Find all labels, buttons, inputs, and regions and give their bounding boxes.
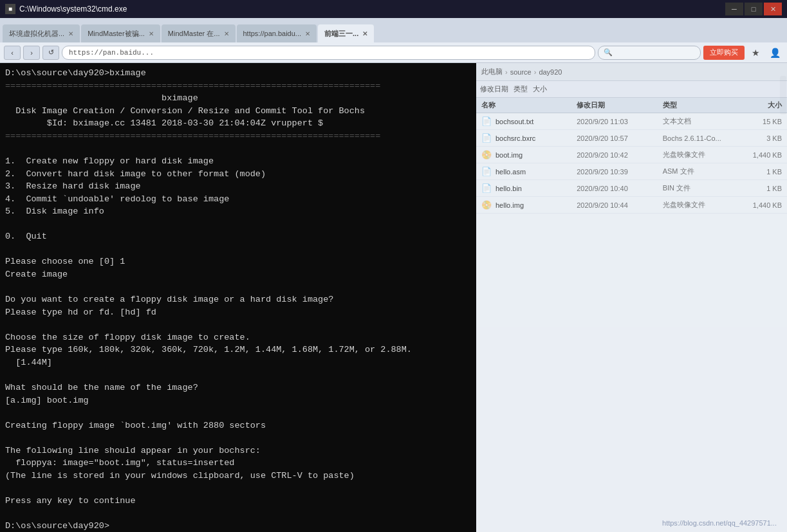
cmd-name-default: [a.img] boot.img: [5, 394, 471, 407]
file-list-header: 名称 修改日期 类型 大小: [476, 98, 787, 113]
file-name-5: 📀hello.img: [481, 200, 577, 210]
cmd-clipboard: (The line is stored in your windows clip…: [5, 470, 471, 482]
toolbar-type[interactable]: 类型: [514, 84, 528, 94]
tab-close-1[interactable]: ✕: [149, 30, 154, 37]
breadcrumb-part-1: source: [510, 68, 532, 76]
file-name-0: 📄bochsout.txt: [481, 116, 577, 126]
cmd-menu-2: 2. Convert hard disk image to other form…: [5, 168, 471, 181]
file-type-4: BIN 文件: [663, 183, 734, 193]
toolbar-date[interactable]: 修改日期: [480, 84, 508, 94]
cmd-empty2: [5, 218, 471, 231]
breadcrumb-part-0: 此电脑: [481, 67, 503, 77]
minimize-button[interactable]: ─: [725, 3, 743, 15]
tab-close-4[interactable]: ✕: [362, 30, 367, 37]
person-button[interactable]: 👤: [766, 46, 783, 60]
tab-close-3[interactable]: ✕: [305, 30, 310, 37]
col-header-type: 类型: [663, 100, 734, 110]
browser-tab-0[interactable]: 坏境虚拟化机器... ✕: [3, 24, 80, 42]
cmd-empty6: [5, 369, 471, 382]
file-name-3: 📄hello.asm: [481, 167, 577, 176]
file-item-3[interactable]: 📄hello.asm 2020/9/20 10:39 ASM 文件 1 KB: [476, 163, 787, 180]
cmd-menu-1: 1. Create new floppy or hard disk image: [5, 155, 471, 168]
action-button[interactable]: 立即购买: [703, 46, 745, 60]
cmd-size-choose: Choose the size of floppy disk image to …: [5, 331, 471, 344]
search-bar[interactable]: 🔍: [598, 46, 701, 60]
file-type-1: Bochs 2.6.11-Co...: [663, 134, 734, 142]
cmd-name-q: What should be the name of the image?: [5, 381, 471, 394]
cmd-choose: Please choose one [0] 1: [5, 255, 471, 268]
file-manager-panel: 此电脑 › source › day920 修改日期 类型 大小 名称 修改日期…: [476, 63, 787, 532]
window-title: C:\Windows\system32\cmd.exe: [19, 5, 725, 14]
cmd-press-key: Press any key to continue: [5, 495, 471, 508]
cmd-empty7: [5, 407, 471, 419]
maximize-button[interactable]: □: [745, 3, 763, 15]
toolbar-size[interactable]: 大小: [533, 84, 547, 94]
file-date-5: 2020/9/20 10:44: [577, 201, 662, 209]
file-item-0[interactable]: 📄bochsout.txt 2020/9/20 11:03 文本文档 15 KB: [476, 113, 787, 130]
cmd-final-prompt: D:\os\source\day920>: [5, 520, 471, 532]
tab-label-2: MindMaster 在...: [168, 29, 220, 39]
cmd-floppy-config: floppya: image="boot.img", status=insert…: [5, 457, 471, 470]
browser-tab-3[interactable]: https://pan.baidu... ✕: [237, 24, 317, 42]
cmd-menu-4: 4. Commit `undoable' redolog to base ima…: [5, 193, 471, 206]
file-item-4[interactable]: 📄hello.bin 2020/9/20 10:40 BIN 文件 1 KB: [476, 180, 787, 197]
back-button[interactable]: ‹: [4, 46, 21, 60]
star-button[interactable]: ★: [747, 46, 764, 60]
file-type-0: 文本文档: [663, 116, 734, 126]
file-date-1: 2020/9/20 10:57: [577, 134, 662, 142]
cmd-create-image: Create image: [5, 268, 471, 281]
search-icon: 🔍: [604, 48, 613, 57]
tab-close-2[interactable]: ✕: [224, 30, 229, 37]
cmd-separator1: ========================================…: [5, 80, 471, 93]
file-item-2[interactable]: 📀boot.img 2020/9/20 10:42 光盘映像文件 1,440 K…: [476, 147, 787, 163]
cmd-quit: 0. Quit: [5, 230, 471, 243]
file-item-5[interactable]: 📀hello.img 2020/9/20 10:44 光盘映像文件 1,440 …: [476, 197, 787, 214]
close-button[interactable]: ✕: [764, 3, 782, 15]
cmd-type-prompt: Please type hd or fd. [hd] fd: [5, 306, 471, 319]
cmd-empty10: [5, 508, 471, 520]
file-date-2: 2020/9/20 10:42: [577, 151, 662, 159]
file-icon-0: 📄: [481, 116, 492, 126]
browser-tab-1[interactable]: MindMaster被骗... ✕: [81, 24, 160, 42]
file-name-1: 📄bochsrc.bxrc: [481, 133, 577, 143]
url-text: https://pan.baidu...: [69, 49, 154, 57]
tab-label-4: 前端三一...: [324, 29, 358, 39]
cmd-following: The following line should appear in your…: [5, 445, 471, 457]
file-type-2: 光盘映像文件: [663, 150, 734, 160]
file-toolbar: 修改日期 类型 大小: [476, 81, 787, 98]
cmd-content[interactable]: D:\os\source\day920>bximage ============…: [0, 63, 476, 532]
cmd-title: bximage: [5, 92, 471, 105]
file-list: 📄bochsout.txt 2020/9/20 11:03 文本文档 15 KB…: [476, 113, 787, 532]
browser-tab-4[interactable]: 前端三一... ✕: [318, 24, 374, 42]
url-bar[interactable]: https://pan.baidu...: [62, 46, 595, 60]
file-date-3: 2020/9/20 10:39: [577, 168, 662, 176]
file-size-5: 1,440 KB: [734, 201, 782, 209]
cmd-empty8: [5, 432, 471, 445]
cmd-menu-3: 3. Resize hard disk image: [5, 180, 471, 193]
nav-bar: ‹ › ↺ https://pan.baidu... 🔍 立即购买 ★ 👤: [0, 42, 787, 63]
breadcrumb-part-2: day920: [539, 68, 562, 76]
forward-button[interactable]: ›: [23, 46, 40, 60]
tab-close-0[interactable]: ✕: [68, 30, 73, 37]
cmd-empty3: [5, 243, 471, 256]
cmd-separator2: ========================================…: [5, 130, 471, 143]
browser-tab-2[interactable]: MindMaster 在... ✕: [162, 24, 236, 42]
file-size-3: 1 KB: [734, 168, 782, 176]
browser-tabs-bar: 坏境虚拟化机器... ✕ MindMaster被骗... ✕ MindMaste…: [0, 18, 787, 42]
file-name-2: 📀boot.img: [481, 150, 577, 160]
file-size-1: 3 KB: [734, 134, 782, 142]
file-item-1[interactable]: 📄bochsrc.bxrc 2020/9/20 10:57 Bochs 2.6.…: [476, 130, 787, 147]
title-bar: ■ C:\Windows\system32\cmd.exe ─ □ ✕: [0, 0, 787, 18]
cmd-creating: Creating floppy image `boot.img' with 28…: [5, 419, 471, 432]
file-date-4: 2020/9/20 10:40: [577, 185, 662, 192]
cmd-floppy-q: Do you want to create a floppy disk imag…: [5, 293, 471, 306]
cmd-empty9: [5, 482, 471, 495]
file-icon-1: 📄: [481, 133, 492, 143]
tab-label-0: 坏境虚拟化机器...: [9, 29, 64, 39]
col-header-name: 名称: [481, 100, 577, 110]
cmd-version: $Id: bximage.cc 13481 2018-03-30 21:04:0…: [5, 117, 471, 130]
cmd-subtitle: Disk Image Creation / Conversion / Resiz…: [5, 105, 471, 118]
refresh-button[interactable]: ↺: [42, 46, 59, 60]
window-controls: ─ □ ✕: [725, 3, 782, 15]
file-type-5: 光盘映像文件: [663, 200, 734, 210]
